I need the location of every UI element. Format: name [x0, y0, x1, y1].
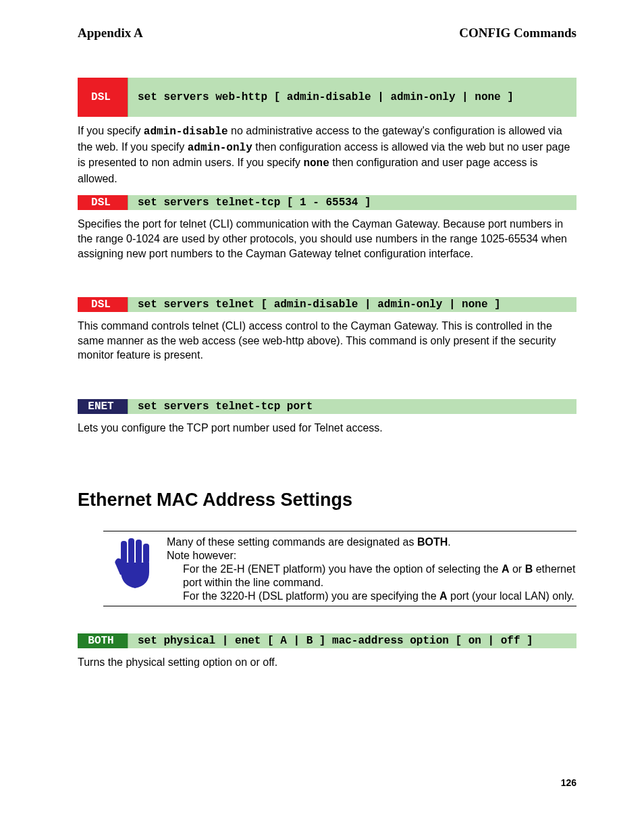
page-header: Appendix A CONFIG Commands [78, 26, 576, 41]
command-title: set servers telnet [ admin-disable | adm… [128, 297, 576, 312]
command-description: Lets you configure the TCP port number u… [78, 421, 576, 436]
command-description: Turns the physical setting option on or … [78, 655, 576, 670]
command-banner: DSL set servers web-http [ admin-disable… [78, 78, 576, 117]
note-box: Many of these setting commands are desig… [103, 531, 576, 606]
command-title: set physical | enet [ A | B ] mac-addres… [128, 633, 576, 648]
command-banner: DSL set servers telnet [ admin-disable |… [78, 297, 576, 312]
svg-rect-2 [136, 540, 142, 564]
command-banner: ENET set servers telnet-tcp port [78, 399, 576, 414]
page-number: 126 [78, 777, 576, 788]
command-banner: BOTH set physical | enet [ A | B ] mac-a… [78, 633, 576, 648]
platform-badge: DSL [78, 297, 128, 312]
command-banner: DSL set servers telnet-tcp [ 1 - 65534 ] [78, 195, 576, 210]
platform-badge: DSL [78, 78, 128, 117]
command-description: This command controls telnet (CLI) acces… [78, 319, 576, 363]
header-right: CONFIG Commands [459, 26, 576, 41]
command-title: set servers telnet-tcp port [128, 399, 576, 414]
note-text: Many of these setting commands are desig… [167, 536, 576, 603]
platform-badge: DSL [78, 195, 128, 210]
hand-stop-icon [103, 536, 167, 603]
command-description: If you specify admin-disable no administ… [78, 124, 576, 186]
section-title: Ethernet MAC Address Settings [78, 490, 576, 511]
svg-rect-1 [128, 538, 134, 564]
command-title: set servers web-http [ admin-disable | a… [128, 78, 576, 117]
command-title: set servers telnet-tcp [ 1 - 65534 ] [128, 195, 576, 210]
header-left: Appendix A [78, 26, 143, 41]
platform-badge: ENET [78, 399, 128, 414]
command-description: Specifies the port for telnet (CLI) comm… [78, 217, 576, 261]
platform-badge: BOTH [78, 633, 128, 648]
svg-rect-3 [143, 544, 149, 564]
